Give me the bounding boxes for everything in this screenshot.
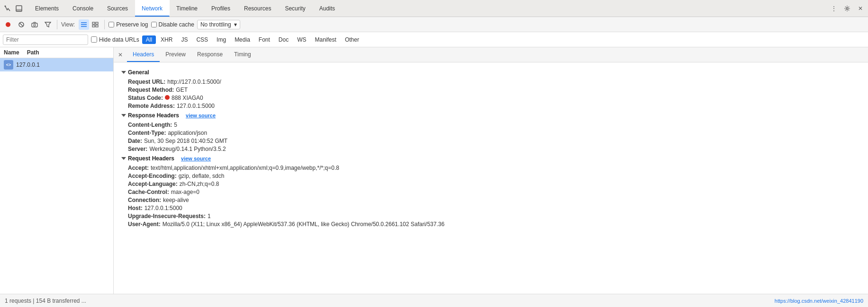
camera-button[interactable] [29,19,40,30]
svg-point-3 [846,8,848,9]
sub-tab-close-button[interactable]: ✕ [116,50,125,60]
general-section-header[interactable]: General [121,69,860,76]
server-row: Server: Werkzeug/0.14.1 Python/3.5.2 [121,146,860,152]
hide-data-urls-label[interactable]: Hide data URLs [91,36,139,43]
content-length-row: Content-Length: 5 [121,122,860,128]
sub-tab-timing[interactable]: Timing [228,47,257,62]
sub-tab-preview[interactable]: Preview [160,47,191,62]
throttle-dropdown[interactable]: No throttling ▾ [197,20,240,29]
nav-left-icons [2,3,25,14]
request-method-row: Request Method: GET [121,87,860,93]
request-type-icon: <> [4,60,13,70]
sub-tab-headers[interactable]: Headers [127,47,160,62]
general-collapse-icon [121,71,126,74]
upgrade-insecure-row: Upgrade-Insecure-Requests: 1 [121,213,860,219]
tab-network[interactable]: Network [135,0,170,17]
throttle-dropdown-arrow: ▾ [234,21,237,28]
filter-img-button[interactable]: Img [213,35,230,44]
filter-manifest-button[interactable]: Manifest [311,35,340,44]
filter-other-button[interactable]: Other [341,35,363,44]
request-item[interactable]: <> 127.0.0.1 [0,58,113,71]
disable-cache-checkbox-label[interactable]: Disable cache [151,21,194,28]
tab-security[interactable]: Security [278,0,312,17]
accept-encoding-row: Accept-Encoding: gzip, deflate, sdch [121,173,860,179]
svg-rect-16 [96,25,98,27]
svg-rect-15 [92,25,95,27]
name-column-header: Name [4,49,19,56]
date-row: Date: Sun, 30 Sep 2018 01:40:52 GMT [121,138,860,144]
filter-font-button[interactable]: Font [255,35,274,44]
status-dot [165,95,170,100]
toolbar-divider-2 [104,20,105,29]
inspect-icon[interactable] [2,3,13,14]
svg-rect-14 [96,22,98,24]
filter-js-button[interactable]: JS [177,35,191,44]
filter-input-wrap [3,35,88,45]
status-bar-text: 1 requests | 154 B transferred ... [5,298,86,304]
sub-tabs: ✕ Headers Preview Response Timing [114,47,868,62]
response-headers-view-source[interactable]: view source [186,113,216,118]
connection-row: Connection: keep-alive [121,197,860,203]
grid-view-button[interactable] [90,19,100,30]
request-headers-collapse-icon [121,157,126,160]
view-icons [79,19,100,30]
accept-language-row: Accept-Language: zh-CN,zh;q=0.8 [121,181,860,187]
toolbar-divider [57,20,57,29]
request-name: 127.0.0.1 [16,61,40,68]
filter-bar: Hide data URLs All XHR JS CSS Img Media … [0,32,868,47]
tab-console[interactable]: Console [66,0,100,17]
remote-address-row: Remote Address: 127.0.0.1:5000 [121,103,860,109]
status-bar-url: https://blog.csdn.net/weixin_42841190 [775,298,863,304]
filter-css-button[interactable]: CSS [192,35,212,44]
filter-doc-button[interactable]: Doc [275,35,292,44]
tab-resources[interactable]: Resources [237,0,278,17]
svg-line-6 [19,23,23,26]
request-headers-section-header[interactable]: Request Headers view source [121,155,860,162]
list-view-button[interactable] [79,19,89,30]
more-options-icon[interactable]: ⋮ [828,3,840,14]
filter-input[interactable] [3,35,88,45]
settings-icon[interactable] [841,3,853,14]
clear-button[interactable] [16,19,27,30]
preserve-log-checkbox[interactable] [108,22,114,27]
preserve-log-checkbox-label[interactable]: Preserve log [108,21,148,28]
left-panel: Name Path <> 127.0.0.1 [0,47,114,294]
tab-profiles[interactable]: Profiles [205,0,237,17]
top-nav: Elements Console Sources Network Timelin… [0,0,868,17]
request-headers-view-source[interactable]: view source [181,156,211,161]
response-headers-section-header[interactable]: Response Headers view source [121,112,860,119]
response-headers-collapse-icon [121,114,126,117]
hide-data-urls-checkbox[interactable] [91,36,97,43]
headers-content: General Request URL: http://127.0.0.1:50… [114,62,868,294]
dock-icon[interactable] [13,3,25,14]
close-icon[interactable]: ✕ [855,3,866,14]
svg-rect-7 [32,23,37,27]
disable-cache-checkbox[interactable] [151,22,157,27]
filter-all-button[interactable]: All [142,35,156,44]
view-label: View: [61,21,75,28]
cache-control-row: Cache-Control: max-age=0 [121,189,860,195]
nav-tabs: Elements Console Sources Network Timelin… [28,0,342,17]
right-panel: ✕ Headers Preview Response Timing Genera… [114,47,868,294]
tab-audits[interactable]: Audits [313,0,342,17]
svg-point-4 [6,22,10,27]
user-agent-row: User-Agent: Mozilla/5.0 (X11; Linux x86_… [121,221,860,228]
filter-button[interactable] [43,19,53,30]
tab-sources[interactable]: Sources [100,0,135,17]
filter-types: All XHR JS CSS Img Media Font Doc WS Man… [142,35,363,44]
status-code-row: Status Code: 888 XIAGA0 [121,95,860,101]
filter-xhr-button[interactable]: XHR [157,35,176,44]
svg-marker-9 [45,22,51,27]
main-layout: Name Path <> 127.0.0.1 ✕ Headers Preview… [0,47,868,294]
network-toolbar: View: Preserve log Disable cache No thro… [0,17,868,32]
svg-point-8 [34,24,36,26]
tab-timeline[interactable]: Timeline [170,0,205,17]
request-url-row: Request URL: http://127.0.0.1:5000/ [121,79,860,85]
host-row: Host: 127.0.0.1:5000 [121,205,860,211]
filter-media-button[interactable]: Media [231,35,254,44]
filter-ws-button[interactable]: WS [293,35,310,44]
request-list: <> 127.0.0.1 [0,58,113,294]
tab-elements[interactable]: Elements [28,0,66,17]
record-button[interactable] [3,19,13,30]
sub-tab-response[interactable]: Response [191,47,228,62]
